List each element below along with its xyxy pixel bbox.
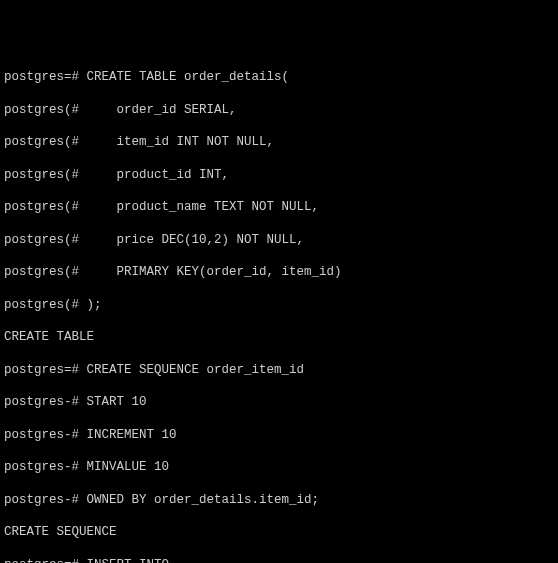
sql-prompt: postgres=# [4, 363, 79, 377]
terminal-line: postgres(# product_id INT, [4, 167, 554, 183]
sql-text: CREATE TABLE order_details( [79, 70, 289, 84]
sql-prompt: postgres-# [4, 428, 79, 442]
sql-text: INSERT INTO [79, 558, 169, 564]
sql-prompt: postgres-# [4, 493, 79, 507]
sql-prompt: postgres-# [4, 395, 79, 409]
terminal-line: postgres-# MINVALUE 10 [4, 459, 554, 475]
terminal-line: postgres(# item_id INT NOT NULL, [4, 134, 554, 150]
terminal-line: postgres(# ); [4, 297, 554, 313]
terminal-line: postgres=# CREATE SEQUENCE order_item_id [4, 362, 554, 378]
sql-text: CREATE SEQUENCE order_item_id [79, 363, 304, 377]
terminal-line: postgres(# product_name TEXT NOT NULL, [4, 199, 554, 215]
terminal-line: postgres-# START 10 [4, 394, 554, 410]
sql-response: CREATE SEQUENCE [4, 524, 554, 540]
sql-prompt: postgres(# [4, 135, 79, 149]
sql-prompt: postgres(# [4, 298, 79, 312]
sql-prompt: postgres(# [4, 265, 79, 279]
sql-prompt: postgres-# [4, 460, 79, 474]
terminal-line: postgres(# price DEC(10,2) NOT NULL, [4, 232, 554, 248]
terminal-line: postgres=# CREATE TABLE order_details( [4, 69, 554, 85]
sql-text: price DEC(10,2) NOT NULL, [79, 233, 304, 247]
terminal-line: postgres-# INCREMENT 10 [4, 427, 554, 443]
sql-prompt: postgres=# [4, 558, 79, 564]
sql-response: CREATE TABLE [4, 329, 554, 345]
sql-text: item_id INT NOT NULL, [79, 135, 274, 149]
sql-text: INCREMENT 10 [79, 428, 177, 442]
sql-text: ); [79, 298, 102, 312]
terminal-line: postgres(# order_id SERIAL, [4, 102, 554, 118]
sql-prompt: postgres(# [4, 103, 79, 117]
sql-text: order_id SERIAL, [79, 103, 237, 117]
sql-prompt: postgres(# [4, 168, 79, 182]
terminal-line: postgres=# INSERT INTO [4, 557, 554, 564]
sql-text: product_id INT, [79, 168, 229, 182]
sql-prompt: postgres(# [4, 200, 79, 214]
terminal-line: postgres-# OWNED BY order_details.item_i… [4, 492, 554, 508]
sql-prompt: postgres=# [4, 70, 79, 84]
sql-text: product_name TEXT NOT NULL, [79, 200, 319, 214]
sql-text: PRIMARY KEY(order_id, item_id) [79, 265, 342, 279]
sql-text: MINVALUE 10 [79, 460, 169, 474]
sql-text: OWNED BY order_details.item_id; [79, 493, 319, 507]
terminal-line: postgres(# PRIMARY KEY(order_id, item_id… [4, 264, 554, 280]
sql-text: START 10 [79, 395, 147, 409]
sql-prompt: postgres(# [4, 233, 79, 247]
